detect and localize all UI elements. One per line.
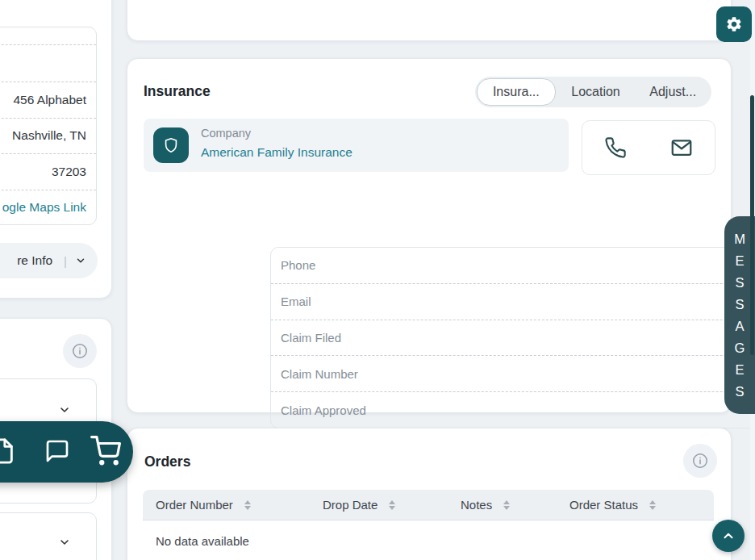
tab-letter: G [735, 337, 745, 359]
info-icon [71, 342, 89, 360]
info-icon [691, 452, 709, 470]
shield-tile [153, 127, 189, 163]
chevron-down-icon[interactable] [58, 403, 71, 416]
orders-table-header: Order Number Drop Date Notes Order Statu… [143, 490, 714, 520]
address-row: Nashville, TN [0, 119, 96, 155]
detail-label: Email [281, 295, 311, 308]
chevron-down-icon [75, 255, 86, 266]
google-maps-link[interactable]: ogle Maps Link [2, 200, 86, 215]
tab-letter: E [735, 250, 744, 272]
gear-icon [725, 15, 743, 33]
insurance-card: Insurance Insura... Location Adjust... C… [127, 58, 732, 413]
tab-letter: S [735, 294, 744, 316]
address-table: 456 Alphabet Nashville, TN 37203 ogle Ma… [0, 27, 97, 225]
scrollbar-thumb[interactable] [750, 95, 754, 355]
insurance-title: Insurance [144, 83, 211, 100]
detail-label: Claim Number [281, 367, 358, 381]
address-row: ogle Maps Link [0, 190, 96, 224]
address-row: 37203 [0, 154, 96, 190]
column-label: Order Status [569, 498, 638, 512]
more-info-divider: | [64, 254, 67, 268]
column-header-notes[interactable]: Notes [448, 498, 557, 512]
phone-icon[interactable] [604, 136, 627, 159]
tab-letter: E [735, 359, 744, 381]
info-button[interactable] [683, 444, 717, 478]
column-label: Notes [461, 498, 492, 512]
detail-row-claim-number: Claim Number 123456 [271, 356, 755, 392]
scroll-to-top-button[interactable] [712, 520, 745, 552]
tab-adjuster[interactable]: Adjust... [634, 79, 711, 105]
tab-location[interactable]: Location [557, 79, 635, 105]
sort-icon[interactable] [244, 500, 251, 510]
sort-icon[interactable] [649, 500, 656, 510]
orders-title: Orders [144, 453, 190, 470]
tab-letter: A [735, 316, 744, 337]
chevron-up-icon [721, 529, 736, 543]
address-city-state: Nashville, TN [12, 128, 86, 143]
detail-label: Claim Approved [281, 403, 366, 417]
detail-label: Phone [281, 258, 315, 272]
contact-actions [582, 120, 715, 175]
detail-label: Claim Filed [281, 331, 341, 345]
address-row [0, 45, 96, 82]
tab-insurance[interactable]: Insura... [477, 78, 556, 106]
sort-icon[interactable] [389, 500, 395, 510]
collapsible-section [0, 512, 97, 560]
settings-button[interactable] [716, 6, 752, 42]
document-icon[interactable] [0, 437, 16, 465]
orders-empty-message: No data available [156, 534, 249, 548]
detail-row-email: Email [271, 284, 755, 320]
company-value[interactable]: American Family Insurance [201, 145, 352, 160]
address-zip: 37203 [52, 165, 86, 179]
detail-row-claim-approved: Claim Approved APPROVED [271, 392, 755, 428]
address-row: 456 Alphabet [0, 82, 96, 119]
column-header-order-status[interactable]: Order Status [557, 498, 714, 512]
column-header-order-number[interactable]: Order Number [143, 498, 310, 512]
company-box: Company American Family Insurance [144, 119, 569, 172]
app-screen: 456 Alphabet Nashville, TN 37203 ogle Ma… [0, 0, 755, 560]
sort-icon[interactable] [503, 500, 510, 510]
tab-letter: M [734, 228, 745, 250]
tab-letter: S [735, 272, 744, 294]
shopping-cart-icon[interactable] [90, 436, 121, 466]
detail-row-claim-filed: Claim Filed YES [271, 320, 755, 357]
more-info-label: re Info [17, 253, 52, 268]
column-header-drop-date[interactable]: Drop Date [310, 498, 448, 512]
column-label: Drop Date [323, 498, 378, 512]
company-label: Company [201, 127, 251, 140]
detail-row-phone: Phone (605) 332-3114 [271, 248, 755, 284]
insurance-tab-group: Insura... Location Adjust... [475, 77, 711, 107]
customer-info-card: 456 Alphabet Nashville, TN 37203 ogle Ma… [0, 0, 112, 299]
email-toolbar-card: New Email | [127, 0, 732, 41]
shield-icon [162, 136, 180, 154]
chat-icon[interactable] [44, 438, 70, 464]
column-label: Order Number [156, 498, 233, 512]
chevron-down-icon[interactable] [58, 536, 71, 549]
address-row [0, 27, 96, 45]
tab-letter: S [735, 381, 744, 403]
info-button[interactable] [63, 334, 97, 368]
insurance-details-table: Phone (605) 332-3114 Email Claim Filed Y… [270, 247, 755, 428]
email-icon[interactable] [669, 136, 694, 160]
more-info-button[interactable]: re Info | [0, 243, 98, 278]
address-street: 456 Alphabet [13, 93, 86, 107]
